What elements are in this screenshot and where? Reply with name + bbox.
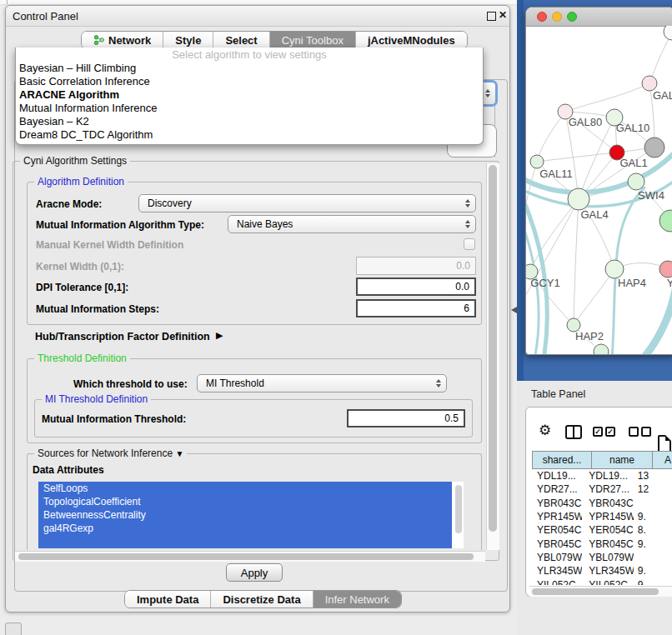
vertical-scrollbar[interactable] [486, 163, 499, 550]
horizontal-scrollbar-thumb[interactable] [18, 553, 474, 560]
algorithm-option-dream8-dc-tdc-algorithm[interactable]: Dream8 DC_TDC Algorithm [16, 128, 483, 142]
algorithm-option-bayesian-hill-climbing[interactable]: Bayesian – Hill Climbing [16, 62, 483, 75]
tab-jactivemnodules[interactable]: jActiveMNodules [355, 32, 467, 48]
table-row[interactable]: YBR045CYBR045C9. [532, 537, 672, 550]
hub-definition-label: Hub/Transcription Factor Definition [35, 331, 210, 342]
tab-discretize-data[interactable]: Discretize Data [210, 591, 312, 608]
attribute-item[interactable]: SelfLoops [38, 482, 452, 495]
vertical-scrollbar-thumb[interactable] [489, 165, 497, 532]
group-title: MI Threshold Definition [42, 393, 151, 405]
network-node-gal4[interactable] [568, 188, 589, 210]
checked-checkbox-icon[interactable]: ✓ [605, 427, 615, 437]
algorithm-option-mutual-information-inference[interactable]: Mutual Information Inference [16, 102, 483, 115]
table-row[interactable]: YPR145WYPR145W9. [532, 510, 672, 523]
zoom-window-icon[interactable] [567, 12, 577, 22]
network-node-y[interactable] [659, 261, 672, 278]
table-cell: YDL19... [582, 470, 633, 482]
table-cell: YBR045C [582, 538, 633, 550]
collapsed-panel-button[interactable] [5, 622, 22, 635]
control-panel-titlebar [6, 6, 509, 27]
apply-button[interactable]: Apply [226, 563, 283, 582]
collapse-arrow-icon[interactable]: ▼ [175, 449, 183, 458]
tab-cyni-toolbox[interactable]: Cyni Toolbox [269, 32, 355, 48]
mi-steps-field[interactable]: 6 [356, 299, 476, 318]
stepper-icon [485, 89, 490, 98]
minimize-window-icon[interactable] [552, 12, 562, 22]
attribute-item[interactable]: gal4RGexp [38, 522, 452, 535]
tab-impute-data[interactable]: Impute Data [125, 591, 210, 608]
network-edge [574, 269, 614, 325]
mi-steps-label: Mutual Information Steps: [36, 303, 159, 315]
group-title: Algorithm Definition [34, 176, 128, 188]
table-row[interactable]: YER054CYER054C8. [532, 523, 672, 537]
tab-select[interactable]: Select [213, 32, 268, 48]
close-panel-icon[interactable]: ✕ [499, 9, 507, 21]
network-edge [537, 112, 565, 162]
kernel-width-field[interactable]: 0.0 [356, 257, 476, 275]
columns-icon[interactable] [565, 425, 582, 439]
algorithm-option-bayesian-k2[interactable]: Bayesian – K2 [16, 115, 483, 128]
aracne-mode-label: Aracne Mode: [36, 198, 102, 210]
attribute-item[interactable]: TopologicalCoefficient [38, 495, 452, 508]
mi-threshold-field[interactable]: 0.5 [347, 409, 465, 428]
tab-style[interactable]: Style [163, 32, 213, 48]
which-threshold-label: Which threshold to use: [73, 378, 188, 390]
table-cell: 8. [634, 524, 672, 536]
table-cell: 12 [634, 483, 672, 495]
control-panel-tabbar: NetworkStyleSelectCyni ToolboxjActiveMNo… [81, 31, 468, 49]
algorithm-option-aracne-algorithm[interactable]: ARACNE Algorithm [16, 88, 483, 102]
unchecked-checkbox-icon[interactable] [641, 427, 651, 437]
algorithm-definition-group: Algorithm Definition Aracne Mode: Discov… [27, 182, 482, 325]
table-cell: 9. [634, 579, 672, 585]
network-node[interactable] [664, 26, 672, 40]
table-row[interactable]: YDR27...YDR27...12 [532, 482, 672, 496]
kernel-width-label: Kernel Width (0,1): [36, 261, 124, 272]
dpi-tolerance-field[interactable]: 0.0 [356, 278, 476, 296]
gear-icon[interactable]: ⚙ [539, 423, 551, 438]
horizontal-scrollbar[interactable] [15, 551, 485, 562]
table-row[interactable]: YBL079WYBL079W [532, 551, 672, 564]
table-cell: YPR145W [532, 511, 582, 522]
float-window-icon[interactable] [487, 12, 496, 21]
network-node-gal11[interactable] [530, 155, 544, 168]
data-attributes-list: SelfLoopsTopologicalCoefficientBetweenne… [38, 482, 464, 548]
tab-infer-network[interactable]: Infer Network [313, 591, 401, 608]
table-cell: YDR27... [582, 483, 633, 495]
attribute-item[interactable]: BetweennessCentrality [38, 508, 452, 522]
tab-network[interactable]: Network [82, 32, 163, 48]
table-cell: YLR345W [532, 565, 582, 577]
disclosure-arrow-icon[interactable]: ▶ [216, 330, 223, 341]
network-node-hap4[interactable] [605, 260, 624, 278]
manual-kernel-width-checkbox[interactable] [464, 238, 475, 250]
unchecked-checkbox-icon[interactable] [629, 427, 639, 437]
aracne-mode-select[interactable]: Discovery [138, 194, 476, 212]
mouse-cursor [511, 307, 517, 313]
close-window-icon[interactable] [537, 12, 547, 22]
column-header-a[interactable]: A [653, 451, 672, 469]
network-node-swi4[interactable] [628, 173, 644, 190]
list-scrollbar[interactable] [455, 485, 462, 533]
network-node[interactable] [659, 210, 672, 232]
table-row[interactable]: YIL052CYIL052C9. [532, 578, 672, 585]
group-title: Threshold Definition [34, 352, 130, 364]
table-cell: YLR345W [582, 565, 633, 577]
network-window-titlebar[interactable] [526, 8, 672, 27]
column-header-name[interactable]: name [592, 451, 653, 469]
mi-algorithm-type-select[interactable]: Naive Bayes [228, 215, 476, 233]
table-horizontal-scrollbar[interactable] [529, 586, 672, 597]
table-row[interactable]: YBR043CYBR043C [532, 497, 672, 510]
stepper-icon [465, 220, 470, 228]
table-row[interactable]: YLR345WYLR345W9. [532, 564, 672, 578]
group-title: Cyni Algorithm Settings [20, 155, 130, 167]
which-threshold-select[interactable]: MI Threshold [197, 374, 447, 392]
network-canvas[interactable]: GALGAL80GAL10GAL1GAL11SWI4GAL4GCY1HAP4YH… [526, 26, 672, 355]
node-label: GAL [653, 89, 672, 102]
network-node[interactable] [644, 138, 664, 158]
node-label: HAP4 [618, 277, 646, 289]
table-row[interactable]: YDL19...YDL19...13 [532, 469, 672, 482]
algorithm-option-basic-correlation-inference[interactable]: Basic Correlation Inference [16, 75, 483, 88]
table-horizontal-scrollbar-thumb[interactable] [532, 588, 659, 595]
column-header-shared-[interactable]: shared... [532, 451, 592, 469]
network-node[interactable] [594, 344, 609, 355]
checked-checkbox-icon[interactable]: ✓ [593, 427, 603, 437]
